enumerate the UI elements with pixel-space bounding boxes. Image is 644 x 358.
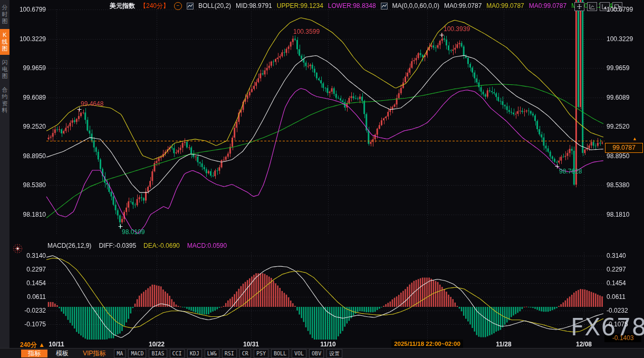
macd-diff-value: DIFF:-0.0395 <box>99 242 136 249</box>
price-annotation: 100.3939 <box>444 25 470 33</box>
toolbar-button-VIP指标[interactable]: VIP指标 <box>77 350 111 357</box>
ma0-magenta-value: MA0:99.0787 <box>529 2 566 9</box>
macd-axis-label-right: 0.2297 <box>607 266 626 273</box>
x-axis-row: 240分 ▲ 2025/11/18 22:00~02:00 二 10/1110/… <box>0 340 644 348</box>
sidebar-tab-闪电图[interactable]: 闪电图 <box>0 56 9 82</box>
indicator-toolbar: 指标模板VIP指标MAMACDBIASCCIKDJLW&RSICRPSYBOLL… <box>0 348 644 358</box>
ma0-white-value: MA0:99.0787 <box>444 2 482 9</box>
pan-tool-icon[interactable] <box>574 2 584 11</box>
main-axis-label-right: 100.6799 <box>607 6 633 13</box>
ma0-yellow-value: MA0:99.0787 <box>486 2 524 9</box>
main-axis-label-right: 100.3229 <box>607 35 633 43</box>
boll-mid-value: MID:98.9791 <box>236 2 272 9</box>
indicator-flower-icon[interactable] <box>13 244 23 254</box>
indicator-header: 美元指数 【240分】 − BOLL(20,2) MID:98.9791 UPP… <box>110 2 612 10</box>
main-axis-label-left: 99.2520 <box>18 123 46 130</box>
price-annotation: 100.3599 <box>293 28 320 35</box>
main-axis-label-left: 100.6799 <box>18 6 46 13</box>
main-axis-label-right: 99.6089 <box>607 94 629 101</box>
toolbar-button-设置[interactable]: 设置 <box>326 349 342 358</box>
toolbar-button-CR[interactable]: CR <box>239 349 251 358</box>
toolbar-button-OBV[interactable]: OBV <box>309 349 324 358</box>
boll-indicator-icon[interactable] <box>187 3 194 9</box>
symbol-name: 美元指数 <box>110 2 135 11</box>
date-tick-label: 10/22 <box>149 341 165 348</box>
main-axis-label-left: 98.8950 <box>18 152 46 160</box>
price-arrow-icon: ▲ <box>632 136 637 141</box>
main-axis-label-left: 98.5380 <box>18 181 46 189</box>
toolbar-button-KDJ[interactable]: KDJ <box>187 349 202 358</box>
toolbar-button-BIAS[interactable]: BIAS <box>149 349 167 358</box>
collapse-icon[interactable]: − <box>174 2 182 10</box>
macd-axis-label-left: -0.1075 <box>18 321 46 328</box>
main-axis-label-right: 98.8950 <box>607 152 629 160</box>
axis-scale-icon[interactable] <box>587 2 597 11</box>
toolbar-button-VOL[interactable]: VOL <box>292 349 306 358</box>
price-annotation: 98.7628 <box>559 168 582 175</box>
macd-header: MACD(26,12,9) DIFF:-0.0395 DEA:-0.0690 M… <box>47 242 227 249</box>
macd-title: MACD(26,12,9) <box>47 242 91 249</box>
macd-axis-label-right: -0.0232 <box>607 307 628 314</box>
boll-upper-value: UPPER:99.1234 <box>277 2 323 9</box>
sidebar-tab-合约资料[interactable]: 合约资料 <box>0 84 9 117</box>
main-axis-label-left: 98.1810 <box>18 211 46 218</box>
toolbar-button-BOLL[interactable]: BOLL <box>271 349 289 358</box>
ma-indicator-icon[interactable] <box>381 3 388 9</box>
chart-canvas[interactable] <box>0 0 644 358</box>
macd-axis-label-left: -0.0232 <box>18 307 46 314</box>
date-tick-label: 11/10 <box>320 341 335 348</box>
main-axis-label-right: 98.1810 <box>607 211 629 218</box>
sidebar-tab-K线图[interactable]: K线图 <box>0 29 9 55</box>
toolbar-button-LW&[interactable]: LW& <box>205 349 219 358</box>
macd-macd-value: MACD:0.0590 <box>187 242 227 249</box>
macd-axis-label-left: 0.2297 <box>18 266 46 273</box>
price-annotation: 99.4648 <box>81 100 103 108</box>
main-axis-label-left: 99.9659 <box>18 64 46 72</box>
macd-axis-label-right: -0.1075 <box>607 321 628 328</box>
date-tick-label: 10/31 <box>243 341 259 348</box>
boll-lower-value: LOWER:98.8348 <box>328 2 376 9</box>
macd-axis-label-left: 0.1454 <box>18 279 46 287</box>
toolbar-button-MACD[interactable]: MACD <box>128 349 146 358</box>
boll-label: BOLL(20,2) <box>198 2 231 9</box>
current-price-tag: 99.0787 <box>605 143 643 153</box>
toolbar-button-RSI[interactable]: RSI <box>222 349 237 358</box>
toolbar-button-PSY[interactable]: PSY <box>254 349 268 358</box>
toolbar-button-CCI[interactable]: CCI <box>170 349 185 358</box>
sidebar-tab-分时图[interactable]: 分时图 <box>0 2 9 27</box>
main-axis-label-right: 99.9659 <box>607 64 629 72</box>
sidebar: 分时图K线图闪电图合约资料 <box>0 0 9 348</box>
trading-app-window: 分时图K线图闪电图合约资料 美元指数 【240分】 − BOLL(20,2) M… <box>0 0 644 358</box>
main-axis-label-left: 100.3229 <box>18 35 46 43</box>
main-axis-label-left: 99.6089 <box>18 94 46 101</box>
macd-dea-value: DEA:-0.0690 <box>143 242 180 249</box>
macd-axis-label-left: 0.0611 <box>18 293 46 301</box>
toolbar-button-指标[interactable]: 指标 <box>21 350 47 357</box>
macd-axis-label-right: 0.0611 <box>607 293 626 301</box>
main-axis-label-right: 98.5380 <box>607 181 629 189</box>
date-tick-label: 11/28 <box>496 341 511 348</box>
toolbar-button-模板[interactable]: 模板 <box>50 350 74 357</box>
macd-axis-label-right: 0.3140 <box>607 252 626 259</box>
main-axis-label-right: 99.2520 <box>607 123 629 130</box>
period-label[interactable]: 【240分】 <box>140 2 169 11</box>
highlighted-date-label: 2025/11/18 22:00~02:00 二 <box>391 340 463 348</box>
ma-label: MA(0,0,0,60,0,0) <box>392 2 439 9</box>
toolbar-button-MA[interactable]: MA <box>114 349 126 358</box>
date-tick-label: 12/08 <box>576 341 592 348</box>
macd-axis-label-right: 0.1454 <box>607 279 626 287</box>
date-tick-label: 10/11 <box>49 341 64 348</box>
price-annotation: 98.0109 <box>122 228 145 236</box>
current-price-value: 99.0787 <box>612 144 635 151</box>
